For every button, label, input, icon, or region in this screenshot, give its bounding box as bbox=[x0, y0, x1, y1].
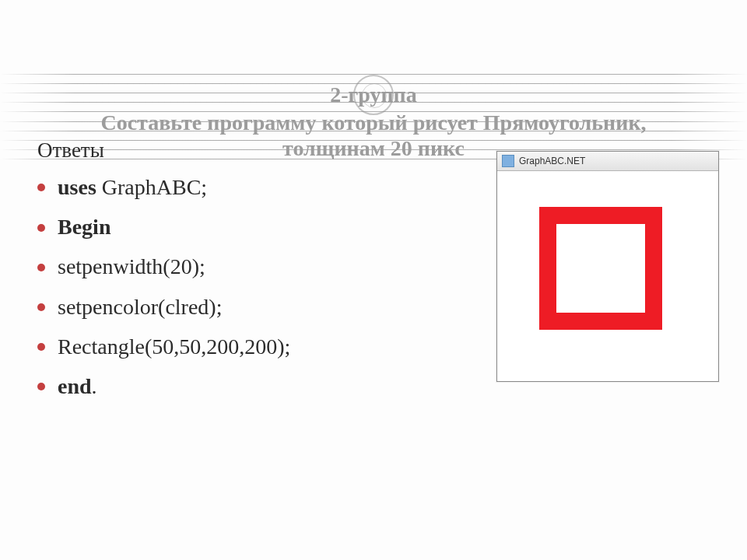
output-window-canvas bbox=[497, 171, 718, 381]
app-icon bbox=[502, 155, 514, 167]
output-window-title: GraphABC.NET bbox=[519, 156, 585, 166]
output-window-titlebar: GraphABC.NET bbox=[497, 152, 718, 171]
heading-group-label: 2-группа bbox=[47, 82, 700, 108]
heading-task-line1: Составьте программу который рисует Прямо… bbox=[100, 110, 646, 135]
slide: 2-группа Составьте программу который рис… bbox=[0, 0, 747, 560]
output-window: GraphABC.NET bbox=[496, 151, 719, 382]
rectangle-shape-icon bbox=[539, 207, 662, 330]
